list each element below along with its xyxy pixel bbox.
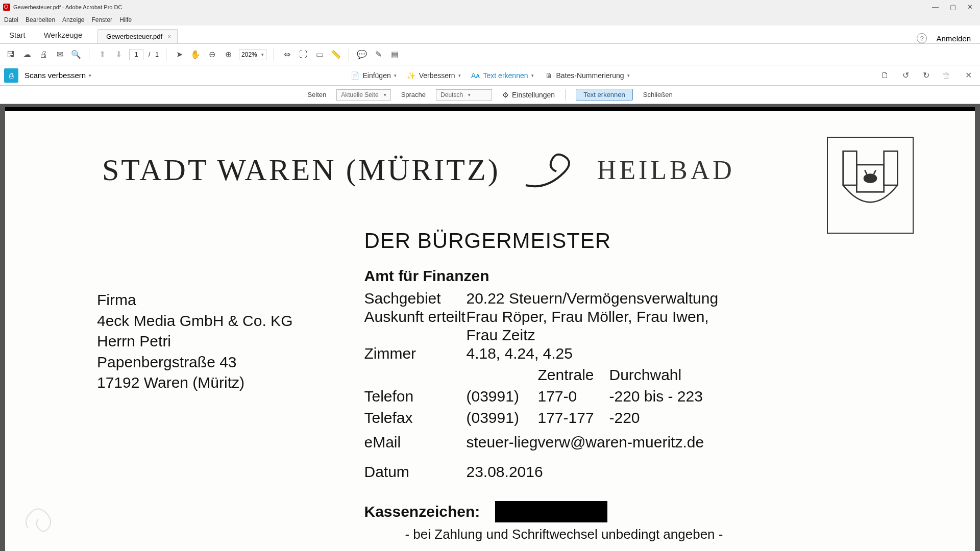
- tab-start[interactable]: Start: [0, 27, 35, 43]
- rotate-ccw-icon[interactable]: ↺: [900, 70, 911, 81]
- field-value: 177-177: [537, 409, 609, 427]
- enhance-button[interactable]: ✨ Verbessern ▾: [407, 71, 461, 80]
- chevron-down-icon: ▾: [394, 73, 397, 78]
- recognize-text-button[interactable]: Aᴀ Text erkennen ▾: [471, 71, 534, 80]
- settings-button[interactable]: ⚙ Einstellungen: [502, 91, 555, 99]
- save-icon[interactable]: 🖫: [5, 49, 16, 60]
- chevron-down-icon: ▾: [261, 52, 264, 57]
- addr-line: Firma: [97, 290, 292, 311]
- signin-link[interactable]: Anmelden: [936, 34, 971, 43]
- zoom-out-icon[interactable]: ⊖: [206, 49, 217, 60]
- insert-label: Einfügen: [362, 71, 390, 80]
- field-label: Telefax: [364, 409, 466, 427]
- menubar: Datei Bearbeiten Anzeige Fenster Hilfe: [0, 14, 980, 26]
- help-icon[interactable]: ?: [917, 33, 927, 43]
- field-value: Frau Röper, Frau Möller, Frau Iwen,: [466, 308, 723, 325]
- field-value: steuer-liegverw@waren-mueritz.de: [466, 434, 723, 451]
- menu-fenster[interactable]: Fenster: [91, 16, 112, 23]
- comment-icon[interactable]: 💬: [356, 49, 368, 60]
- chevron-down-icon: ▾: [531, 73, 534, 78]
- close-button[interactable]: ✕: [967, 3, 973, 11]
- zoom-in-icon[interactable]: ⊕: [223, 49, 234, 60]
- window-title: Gewerbesteuer.pdf - Adobe Acrobat Pro DC: [13, 4, 122, 10]
- page-add-icon[interactable]: 🗋: [879, 70, 891, 81]
- page-sep: /: [149, 51, 150, 58]
- tab-close-icon[interactable]: ×: [167, 33, 171, 40]
- field-value: 4.18, 4.24, 4.25: [466, 345, 723, 362]
- mayor-heading: DER BÜRGERMEISTER: [364, 229, 723, 253]
- rotate-cw-icon[interactable]: ↻: [920, 70, 932, 81]
- insert-button[interactable]: 📄 Einfügen ▾: [350, 71, 396, 80]
- chevron-down-icon: ▾: [384, 92, 386, 97]
- bates-icon: 🗎: [544, 71, 553, 80]
- fit-width-icon[interactable]: ⇔: [281, 49, 292, 60]
- print-icon[interactable]: 🖨: [38, 49, 49, 60]
- page-up-icon[interactable]: ⬆: [96, 49, 108, 60]
- scan-tool-icon[interactable]: ⎙: [4, 68, 18, 83]
- hand-icon[interactable]: ✋: [190, 49, 201, 60]
- minimize-button[interactable]: —: [932, 3, 939, 11]
- scan-toolbar: ⎙ Scans verbessern ▾ 📄 Einfügen ▾ ✨ Verb…: [0, 65, 980, 86]
- menu-bearbeiten[interactable]: Bearbeiten: [26, 16, 55, 23]
- trash-icon[interactable]: 🗑: [941, 70, 952, 81]
- recognize-text-action-button[interactable]: Text erkennen: [576, 89, 633, 101]
- close-panel-icon[interactable]: ✕: [961, 70, 976, 80]
- field-label: [364, 327, 466, 344]
- titlebar: Gewerbesteuer.pdf - Adobe Acrobat Pro DC…: [0, 0, 980, 14]
- menu-hilfe[interactable]: Hilfe: [119, 16, 132, 23]
- chevron-down-icon: ▾: [89, 73, 91, 78]
- separator: [349, 48, 349, 61]
- highlight-icon[interactable]: ✎: [373, 49, 384, 60]
- enhance-label: Verbessern: [419, 71, 455, 80]
- cloud-icon[interactable]: ☁: [21, 49, 33, 60]
- menu-datei[interactable]: Datei: [4, 16, 18, 23]
- city-name: STADT WAREN (MÜRITZ): [102, 153, 500, 188]
- col-header: Zentrale: [537, 366, 609, 384]
- kassenzeichen-note: - bei Zahlung und Schriftwechsel unbedin…: [405, 527, 723, 542]
- maximize-button[interactable]: ▢: [950, 3, 956, 11]
- tab-document[interactable]: Gewerbesteuer.pdf ×: [97, 29, 178, 43]
- pages-select[interactable]: Aktuelle Seite ▾: [336, 89, 390, 101]
- ruler-icon[interactable]: 📏: [330, 49, 341, 60]
- language-label: Sprache: [401, 91, 426, 98]
- language-select[interactable]: Deutsch ▾: [436, 89, 492, 101]
- field-label: Auskunft erteilt: [364, 308, 466, 325]
- pages-label: Seiten: [307, 91, 326, 98]
- search-icon[interactable]: 🔍: [70, 49, 82, 60]
- field-label: Sachgebiet: [364, 290, 466, 307]
- reading-mode-icon[interactable]: ▭: [314, 49, 325, 60]
- fit-page-icon[interactable]: ⛶: [298, 49, 309, 60]
- col-header: Durchwahl: [609, 366, 681, 384]
- field-label: Telefon: [364, 388, 466, 405]
- scan-tool-label[interactable]: Scans verbessern ▾: [24, 71, 91, 80]
- close-link[interactable]: Schließen: [643, 91, 673, 98]
- kassenzeichen-label: Kassenzeichen:: [364, 503, 480, 520]
- pointer-icon[interactable]: ➤: [174, 49, 185, 60]
- field-value: (03991): [466, 388, 537, 405]
- menu-anzeige[interactable]: Anzeige: [62, 16, 84, 23]
- svg-rect-1: [884, 151, 898, 185]
- svg-rect-0: [843, 151, 857, 185]
- field-label: Zimmer: [364, 345, 466, 362]
- signature-icon[interactable]: ▤: [389, 49, 400, 60]
- document-viewport[interactable]: STADT WAREN (MÜRITZ) HEILBAD Firma 4eck …: [0, 104, 980, 551]
- bates-button[interactable]: 🗎 Bates-Nummerierung ▾: [544, 71, 630, 80]
- field-value: -220 bis - 223: [609, 388, 702, 405]
- recipient-address: Firma 4eck Media GmbH & Co. KG Herrn Pet…: [97, 290, 292, 542]
- page-current-input[interactable]: [129, 49, 143, 60]
- separator: [89, 48, 89, 61]
- chevron-down-icon: ▾: [468, 92, 471, 97]
- swirl-logo-icon: [516, 147, 582, 193]
- insert-icon: 📄: [350, 71, 359, 80]
- svg-line-4: [865, 170, 867, 174]
- tab-werkzeuge[interactable]: Werkzeuge: [35, 27, 92, 43]
- separator: [166, 48, 166, 61]
- zoom-select[interactable]: 202% ▾: [239, 49, 266, 60]
- gear-icon: ⚙: [502, 91, 509, 99]
- sender-info: DER BÜRGERMEISTER Amt für Finanzen Sachg…: [364, 229, 723, 542]
- mail-icon[interactable]: ✉: [54, 49, 65, 60]
- page-down-icon[interactable]: ⬇: [113, 49, 124, 60]
- department-heading: Amt für Finanzen: [364, 267, 723, 285]
- recognize-text-label: Text erkennen: [483, 71, 528, 80]
- svg-point-3: [864, 173, 877, 183]
